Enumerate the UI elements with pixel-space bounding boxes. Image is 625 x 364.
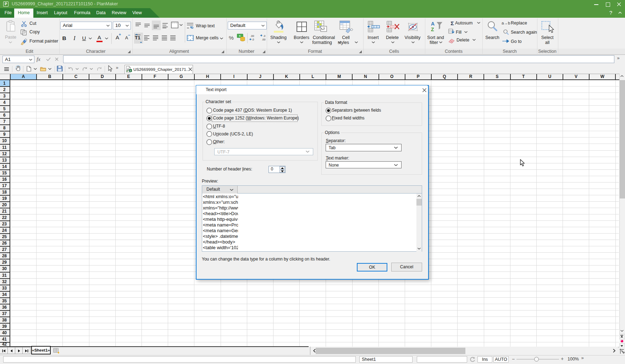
svg-text:€: €	[239, 34, 241, 38]
svg-text:.0: .0	[263, 34, 265, 38]
svg-text:Z: Z	[431, 27, 434, 32]
svg-text:X: X	[130, 69, 132, 72]
svg-text:.00: .00	[262, 38, 265, 41]
svg-text:A: A	[431, 21, 435, 27]
svg-text:.0: .0	[252, 38, 254, 41]
svg-text:.00: .00	[250, 34, 254, 38]
